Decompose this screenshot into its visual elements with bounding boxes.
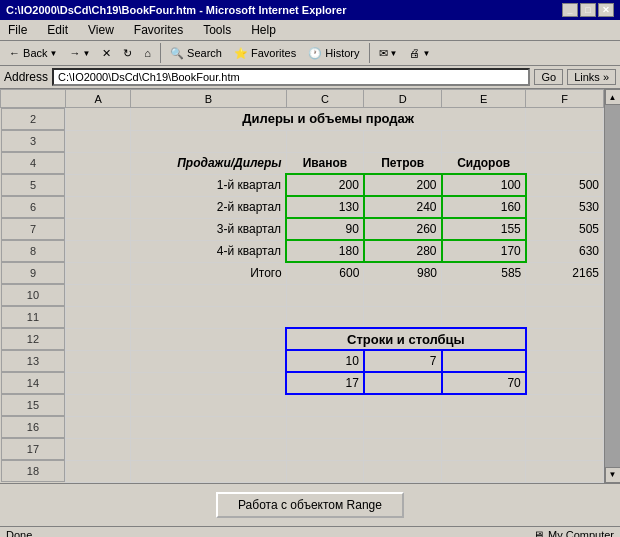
r4-f [526,152,604,174]
r4-ivanov: Иванов [286,152,364,174]
r18-e [442,460,526,482]
home-button[interactable]: ⌂ [139,45,156,61]
r3-d [364,130,442,152]
r5-ivanov: 200 [286,174,364,196]
maximize-button[interactable]: □ [580,3,596,17]
r11-b [131,306,286,328]
col-F: F [526,90,604,108]
r7-a [66,218,131,240]
scroll-track[interactable] [605,105,621,467]
address-input[interactable] [52,68,530,86]
r9-label: Итого [131,262,286,284]
r6-petrov: 240 [364,196,442,218]
r17-c [286,438,364,460]
r6-a [66,196,131,218]
back-button[interactable]: ← Back ▼ [4,45,62,61]
r15-d [364,394,442,416]
r13-f [526,350,604,372]
menu-tools[interactable]: Tools [199,22,235,38]
row-4: 4 Продажи/Дилеры Иванов Петров Сидоров [1,152,604,174]
r7-total: 505 [526,218,604,240]
menu-edit[interactable]: Edit [43,22,72,38]
r11-e [442,306,526,328]
r14-b [131,372,286,394]
minimize-button[interactable]: _ [562,3,578,17]
row-5: 5 1-й квартал 200 200 100 500 [1,174,604,196]
status-computer: My Computer [548,529,614,538]
row-18: 18 [1,460,604,482]
r6-sidorov: 160 [442,196,526,218]
col-D: D [364,90,442,108]
r16-d [364,416,442,438]
r18-b [131,460,286,482]
address-label: Address [4,70,48,84]
r5-label: 1-й квартал [131,174,286,196]
r10-e [442,284,526,306]
r14-e: 70 [442,372,526,394]
rownum-12: 12 [1,328,66,350]
r15-e [442,394,526,416]
rownum-13: 13 [1,350,66,372]
r13-d: 7 [364,350,442,372]
rownum-9: 9 [1,262,66,284]
row-13: 13 10 7 [1,350,604,372]
favorites-button[interactable]: ⭐ Favorites [229,45,301,62]
content-wrapper: A B C D E F 2 Дилеры и объемы продаж [0,89,620,483]
main-window: C:\IO2000\DsCd\Ch19\BookFour.htm - Micro… [0,0,620,537]
menu-help[interactable]: Help [247,22,280,38]
links-button[interactable]: Links » [567,69,616,85]
rownum-16: 16 [1,416,66,438]
menu-view[interactable]: View [84,22,118,38]
r4-a [66,152,131,174]
scroll-up[interactable]: ▲ [605,89,621,105]
print-button[interactable]: 🖨 ▼ [404,45,435,61]
r3-e [442,130,526,152]
r11-a [66,306,131,328]
row-17: 17 [1,438,604,460]
refresh-button[interactable]: ↻ [118,45,137,62]
range-button[interactable]: Работа с объектом Range [216,492,404,518]
r13-a [66,350,131,372]
r15-c [286,394,364,416]
r17-e [442,438,526,460]
r6-ivanov: 130 [286,196,364,218]
r17-d [364,438,442,460]
forward-button[interactable]: → ▼ [64,45,95,61]
r3-a [66,130,131,152]
menu-favorites[interactable]: Favorites [130,22,187,38]
r3-c [286,130,364,152]
vertical-scrollbar[interactable]: ▲ ▼ [604,89,620,483]
computer-icon: 🖥 [533,529,544,538]
r4-petrov: Петров [364,152,442,174]
address-bar: Address Go Links » [0,66,620,89]
row-7: 7 3-й квартал 90 260 155 505 [1,218,604,240]
col-C: C [286,90,364,108]
r11-c [286,306,364,328]
separator-2 [369,43,370,63]
menu-file[interactable]: File [4,22,31,38]
r12-b [131,328,286,350]
title-bar: C:\IO2000\DsCd\Ch19\BookFour.htm - Micro… [0,0,620,20]
go-button[interactable]: Go [534,69,563,85]
row-10: 10 [1,284,604,306]
stop-button[interactable]: ✕ [97,45,116,62]
r16-e [442,416,526,438]
search-button[interactable]: 🔍 Search [165,45,227,62]
r5-petrov: 200 [364,174,442,196]
close-button[interactable]: ✕ [598,3,614,17]
r4-sidorov: Сидоров [442,152,526,174]
col-B: B [131,90,286,108]
row-15: 15 [1,394,604,416]
rownum-10: 10 [1,284,66,306]
menu-bar: File Edit View Favorites Tools Help [0,20,620,41]
rownum-7: 7 [1,218,66,240]
sheet-wrapper: A B C D E F 2 Дилеры и объемы продаж [0,89,604,483]
history-button[interactable]: 🕐 History [303,45,364,62]
rownum-17: 17 [1,438,66,460]
corner-header [1,90,66,108]
mail-button[interactable]: ✉ ▼ [374,45,403,62]
scroll-down[interactable]: ▼ [605,467,621,483]
r8-petrov: 280 [364,240,442,262]
r7-label: 3-й квартал [131,218,286,240]
r11-d [364,306,442,328]
